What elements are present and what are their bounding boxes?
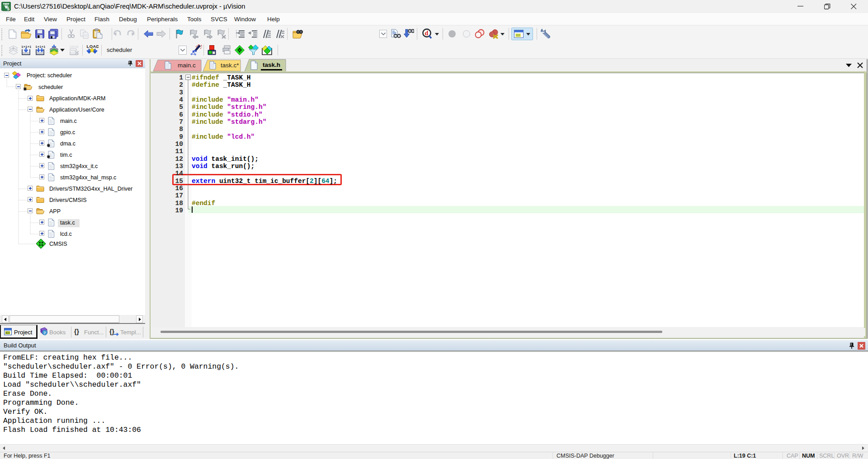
svg-text:LOAD: LOAD <box>87 44 99 49</box>
svg-text:?: ? <box>44 331 46 335</box>
svg-text:1+1+1: 1+1+1 <box>35 45 45 49</box>
svg-text:d: d <box>425 30 429 37</box>
svg-text:5: 5 <box>7 6 9 11</box>
svg-text:10110: 10110 <box>70 46 79 49</box>
